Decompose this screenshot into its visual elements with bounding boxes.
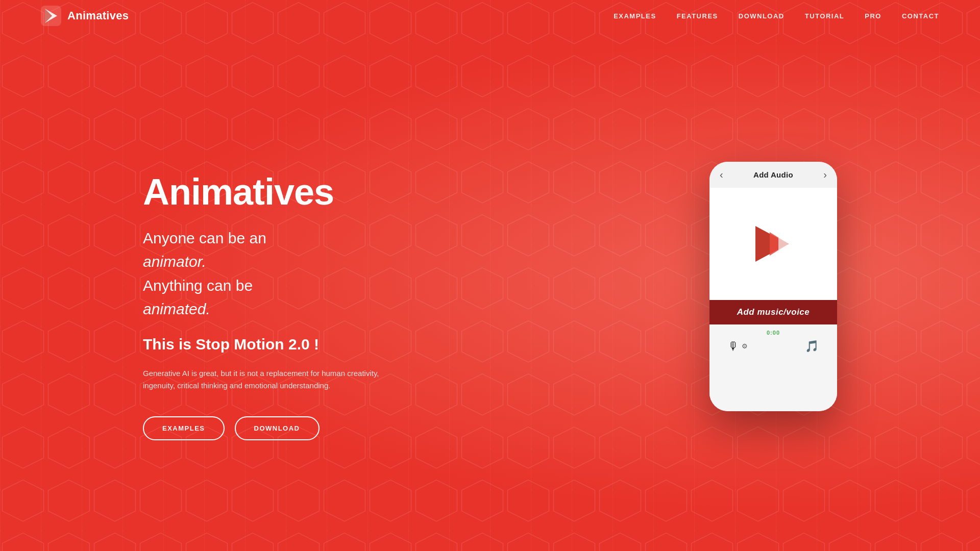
phone-forward-arrow[interactable]: › bbox=[823, 169, 827, 181]
phone-screen-title: Add Audio bbox=[753, 170, 793, 179]
hero-tagline: This is Stop Motion 2.0 ! bbox=[143, 336, 398, 353]
nav-features[interactable]: FEATURES bbox=[677, 12, 718, 20]
phone-icons-row: 🎙 ⚙ 🎵 bbox=[720, 338, 827, 355]
phone-timer: 0:00 bbox=[767, 330, 780, 336]
phone-controls: 0:00 🎙 ⚙ 🎵 bbox=[709, 324, 837, 360]
phone-topbar: ‹ Add Audio › bbox=[709, 162, 837, 188]
microphone-group: 🎙 ⚙ bbox=[728, 340, 748, 353]
phone-back-arrow[interactable]: ‹ bbox=[720, 169, 723, 181]
phone-mockup: ‹ Add Audio › Add music/voice 0:00 bbox=[709, 162, 837, 411]
examples-button[interactable]: EXAMPLES bbox=[143, 416, 225, 440]
svg-marker-5 bbox=[778, 237, 789, 251]
nav-examples[interactable]: EXAMPLES bbox=[614, 12, 656, 20]
subtitle-italic1: animator. bbox=[143, 253, 206, 270]
logo-icon bbox=[41, 6, 61, 26]
nav-links: EXAMPLES FEATURES DOWNLOAD TUTORIAL PRO … bbox=[614, 12, 939, 20]
main-content: Animatives Anyone can be an animator. An… bbox=[0, 32, 980, 551]
hero-title: Animatives bbox=[143, 173, 398, 210]
phone-banner-text: Add music/voice bbox=[737, 307, 810, 317]
music-group: 🎵 bbox=[805, 340, 819, 353]
nav-tutorial[interactable]: TUTORIAL bbox=[805, 12, 844, 20]
navbar: Animatives EXAMPLES FEATURES DOWNLOAD TU… bbox=[0, 0, 980, 32]
hero-section: Animatives Anyone can be an animator. An… bbox=[143, 173, 398, 440]
download-button[interactable]: DOWNLOAD bbox=[235, 416, 320, 440]
subtitle-line2: Anything can be bbox=[143, 277, 253, 294]
settings-gear-icon[interactable]: ⚙ bbox=[742, 342, 748, 350]
nav-pro[interactable]: PRO bbox=[865, 12, 881, 20]
phone-preview bbox=[709, 188, 837, 300]
hero-subtitle: Anyone can be an animator. Anything can … bbox=[143, 227, 398, 321]
microphone-icon[interactable]: 🎙 bbox=[728, 340, 739, 353]
nav-download[interactable]: DOWNLOAD bbox=[739, 12, 785, 20]
brand-name: Animatives bbox=[67, 9, 129, 22]
phone-bottom-area bbox=[709, 360, 837, 411]
subtitle-italic2: animated. bbox=[143, 300, 210, 317]
hero-description: Generative AI is great, but it is not a … bbox=[143, 367, 398, 392]
nav-contact[interactable]: CONTACT bbox=[902, 12, 939, 20]
subtitle-line1: Anyone can be an bbox=[143, 230, 266, 246]
phone-banner: Add music/voice bbox=[709, 300, 837, 324]
music-note-icon[interactable]: 🎵 bbox=[805, 340, 819, 353]
hero-buttons: EXAMPLES DOWNLOAD bbox=[143, 416, 398, 440]
logo-link[interactable]: Animatives bbox=[41, 6, 129, 26]
phone-logo-icon bbox=[750, 221, 796, 267]
